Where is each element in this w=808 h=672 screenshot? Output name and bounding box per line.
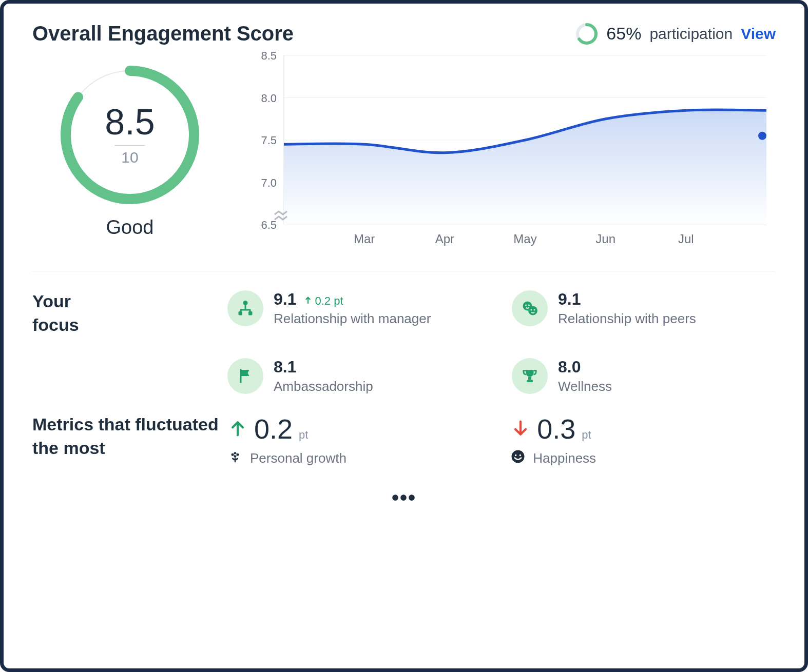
svg-text:Apr: Apr	[435, 232, 454, 246]
focus-grid: 9.1 0.2 pt Relationship with manager 9.1…	[227, 290, 776, 394]
page-title: Overall Engagement Score	[32, 22, 294, 45]
top-section: 8.5 10 Good 8.58.07.57.06.5	[32, 50, 776, 271]
svg-text:8.0: 8.0	[261, 92, 277, 105]
fluct-unit: pt	[299, 428, 308, 442]
focus-name: Relationship with manager	[274, 311, 431, 327]
focus-item[interactable]: 9.1 0.2 pt Relationship with manager	[227, 290, 491, 327]
svg-text:Mar: Mar	[354, 232, 375, 246]
svg-point-38	[512, 450, 525, 463]
svg-text:6.5: 6.5	[261, 219, 277, 231]
svg-point-35	[237, 453, 239, 456]
svg-text:7.5: 7.5	[261, 134, 277, 147]
fluct-name: Personal growth	[250, 450, 347, 466]
arrow-up-icon	[227, 418, 248, 441]
trend-chart: 8.58.07.57.06.5 MarAprMayJunJul	[248, 50, 776, 255]
fluctuation-heading: Metrics that fluctuated the most	[32, 413, 227, 468]
svg-text:Jul: Jul	[678, 232, 694, 246]
svg-point-16	[758, 132, 766, 140]
svg-point-40	[520, 454, 522, 457]
participation-ring-icon	[575, 23, 598, 45]
gauge-divider	[114, 145, 145, 146]
focus-item[interactable]: 8.0 Wellness	[512, 358, 776, 394]
focus-heading: Your focus	[32, 290, 227, 394]
fluctuation-grid: 0.2 pt Personal growth 0.3 pt Happiness	[227, 413, 776, 468]
fluct-name: Happiness	[533, 450, 596, 466]
participation-label: participation	[649, 25, 733, 43]
gauge-max: 10	[121, 149, 138, 166]
participation-pct: 65%	[606, 24, 641, 44]
focus-value: 9.1	[274, 290, 296, 309]
header: Overall Engagement Score 65% participati…	[32, 22, 776, 45]
arrow-down-icon	[510, 418, 531, 441]
flag-icon	[227, 358, 263, 394]
gauge-column: 8.5 10 Good	[32, 50, 227, 255]
flower-icon	[227, 449, 243, 468]
fluctuation-section: Metrics that fluctuated the most 0.2 pt …	[32, 408, 776, 481]
svg-point-22	[243, 301, 248, 305]
svg-rect-23	[239, 311, 243, 315]
arrow-up-icon	[303, 294, 313, 308]
svg-point-39	[515, 454, 517, 457]
fluct-unit: pt	[582, 428, 591, 442]
score-gauge: 8.5 10	[55, 61, 204, 209]
peers-icon	[512, 290, 548, 326]
focus-item[interactable]: 9.1 Relationship with peers	[512, 290, 776, 327]
svg-point-30	[534, 309, 535, 311]
svg-text:8.5: 8.5	[261, 50, 277, 62]
focus-value: 8.1	[274, 358, 296, 377]
svg-point-28	[528, 305, 530, 306]
focus-name: Wellness	[558, 379, 612, 394]
svg-text:May: May	[513, 232, 536, 246]
smile-icon	[510, 449, 526, 468]
engagement-dashboard: Overall Engagement Score 65% participati…	[0, 0, 808, 672]
svg-point-37	[234, 454, 236, 456]
focus-value: 8.0	[558, 358, 581, 377]
more-indicator[interactable]: •••	[32, 486, 776, 509]
focus-name: Relationship with peers	[558, 311, 696, 327]
focus-item[interactable]: 8.1 Ambassadorship	[227, 358, 491, 394]
focus-name: Ambassadorship	[274, 379, 373, 394]
svg-point-29	[531, 309, 532, 311]
svg-text:Jun: Jun	[595, 232, 615, 246]
focus-delta: 0.2 pt	[303, 294, 343, 308]
hierarchy-icon	[227, 290, 263, 326]
svg-point-27	[525, 305, 527, 306]
participation: 65% participation View	[575, 23, 776, 45]
svg-point-26	[528, 306, 537, 315]
focus-section: Your focus 9.1 0.2 pt Relationship with …	[32, 271, 776, 408]
fluctuation-item[interactable]: 0.2 pt Personal growth	[227, 413, 479, 468]
svg-rect-24	[248, 311, 253, 315]
focus-value: 9.1	[558, 290, 581, 309]
svg-rect-32	[527, 380, 533, 383]
svg-point-34	[232, 453, 234, 456]
fluctuation-item[interactable]: 0.3 pt Happiness	[510, 413, 762, 468]
gauge-rating: Good	[32, 216, 227, 239]
fluct-value: 0.2	[254, 413, 293, 445]
trophy-icon	[512, 358, 548, 394]
gauge-score: 8.5	[105, 104, 155, 140]
fluct-value: 0.3	[537, 413, 575, 445]
trend-chart-svg: 8.58.07.57.06.5 MarAprMayJunJul	[248, 50, 766, 255]
participation-view-link[interactable]: View	[741, 25, 776, 43]
svg-rect-31	[528, 377, 531, 380]
svg-text:7.0: 7.0	[261, 176, 277, 189]
